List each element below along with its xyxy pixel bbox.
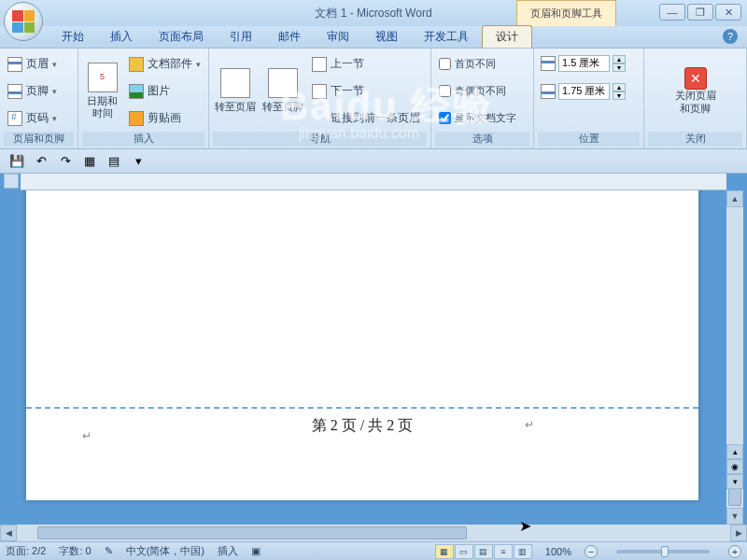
previous-section-button[interactable]: 上一节	[308, 54, 424, 74]
group-label: 选项	[435, 132, 529, 147]
insert-alignment-tab-button[interactable]	[538, 110, 640, 129]
group-header-footer: 页眉▾ 页脚▾ 页码▾ 页眉和页脚	[0, 49, 78, 148]
outline-view-button[interactable]: ≡	[494, 544, 513, 559]
tab-insert[interactable]: 插入	[97, 26, 146, 48]
ribbon: 页眉▾ 页脚▾ 页码▾ 页眉和页脚 5日期和时间 文档部件▾ 图片 剪贴画 插入…	[0, 49, 747, 149]
clipart-button[interactable]: 剪贴画	[125, 108, 204, 128]
word-count[interactable]: 字数: 0	[59, 544, 91, 558]
quick-access-toolbar: 💾 ↶ ↷ ▦ ▤ ▾	[0, 149, 747, 174]
qat-custom-2[interactable]: ▤	[105, 152, 123, 171]
document-page[interactable]: 第 2 页 / 共 2 页 ↵ ↵	[26, 190, 698, 500]
next-page-button[interactable]: ▾	[726, 474, 743, 489]
tab-home[interactable]: 开始	[49, 26, 97, 48]
group-position: ▲▼ ▲▼ 位置	[534, 49, 644, 148]
paragraph-mark-icon: ↵	[82, 429, 92, 442]
zoom-out-button[interactable]: −	[585, 545, 598, 558]
scroll-up-button[interactable]: ▲	[726, 190, 743, 207]
undo-button[interactable]: ↶	[32, 152, 50, 171]
group-navigation: 转至页眉 转至页脚 上一节 下一节 链接到前一条页眉 导航	[209, 49, 431, 148]
scroll-thumb[interactable]	[37, 526, 467, 539]
zoom-in-button[interactable]: +	[728, 545, 741, 558]
qat-dropdown[interactable]: ▾	[129, 152, 148, 171]
quick-parts-icon	[129, 57, 144, 72]
footer-from-bottom-input[interactable]	[558, 83, 610, 100]
close-icon: ✕	[684, 67, 707, 90]
goto-footer-button[interactable]: 转至页脚	[261, 50, 305, 132]
tab-developer[interactable]: 开发工具	[411, 26, 482, 48]
maximize-button[interactable]: ❐	[687, 4, 713, 21]
horizontal-scrollbar[interactable]: ◀ ▶	[0, 525, 747, 541]
office-button[interactable]	[4, 2, 43, 41]
tab-selector-button[interactable]	[4, 174, 19, 189]
proofing-button[interactable]: ✎	[105, 545, 113, 557]
footer-button[interactable]: 页脚▾	[4, 81, 74, 101]
link-previous-button[interactable]: 链接到前一条页眉	[308, 108, 424, 128]
different-first-page-checkbox[interactable]: 首页不同	[435, 55, 529, 73]
tab-view[interactable]: 视图	[362, 26, 411, 48]
checkbox-icon[interactable]	[439, 85, 451, 97]
header-from-top-input[interactable]	[558, 55, 610, 72]
scroll-track[interactable]	[726, 207, 743, 448]
header-from-top-spinner[interactable]: ▲▼	[538, 54, 640, 73]
document-area: 第 2 页 / 共 2 页 ↵ ↵ ▲ ▼ ▴ ◉ ▾	[0, 190, 747, 525]
tab-mailings[interactable]: 邮件	[265, 26, 314, 48]
print-layout-view-button[interactable]: ▦	[435, 544, 454, 559]
office-logo-icon	[12, 10, 35, 33]
scroll-down-button[interactable]: ▼	[726, 508, 743, 525]
next-section-button[interactable]: 下一节	[308, 81, 424, 101]
language-indicator[interactable]: 中文(简体，中国)	[126, 544, 204, 558]
close-window-button[interactable]: ✕	[715, 4, 741, 21]
minimize-button[interactable]: —	[659, 4, 685, 21]
draft-view-button[interactable]: ▥	[514, 544, 532, 559]
spin-down-button[interactable]: ▼	[613, 63, 626, 72]
clipart-icon	[129, 111, 144, 126]
select-browse-object-button[interactable]: ◉	[726, 459, 743, 474]
goto-header-button[interactable]: 转至页眉	[213, 50, 258, 132]
spin-down-button[interactable]: ▼	[613, 91, 626, 100]
qat-custom-1[interactable]: ▦	[80, 152, 99, 171]
full-screen-view-button[interactable]: ▭	[455, 544, 473, 559]
up-arrow-icon	[312, 57, 327, 72]
zoom-slider[interactable]	[616, 550, 710, 553]
page-number-button[interactable]: 页码▾	[4, 108, 74, 128]
insert-mode[interactable]: 插入	[218, 544, 238, 558]
group-label: 插入	[82, 132, 204, 147]
page-indicator[interactable]: 页面: 2/2	[6, 544, 46, 558]
header-button[interactable]: 页眉▾	[4, 54, 74, 74]
tab-design[interactable]: 设计	[482, 25, 532, 48]
scroll-left-button[interactable]: ◀	[0, 525, 17, 541]
picture-icon	[129, 84, 144, 99]
checkbox-icon[interactable]	[439, 58, 451, 70]
scroll-track[interactable]	[17, 525, 35, 541]
header-icon	[7, 57, 22, 72]
scroll-right-button[interactable]: ▶	[730, 525, 747, 541]
tab-icon	[542, 112, 557, 127]
scroll-track[interactable]	[469, 525, 730, 541]
footer-text[interactable]: 第 2 页 / 共 2 页	[26, 416, 698, 436]
date-time-button[interactable]: 5日期和时间	[82, 50, 122, 132]
spin-up-button[interactable]: ▲	[613, 83, 626, 91]
goto-footer-icon	[268, 68, 298, 98]
tab-references[interactable]: 引用	[217, 26, 265, 48]
zoom-slider-handle[interactable]	[661, 546, 669, 557]
tab-review[interactable]: 审阅	[314, 26, 362, 48]
group-insert: 5日期和时间 文档部件▾ 图片 剪贴画 插入	[78, 49, 209, 148]
horizontal-ruler[interactable]	[21, 174, 726, 190]
help-icon[interactable]: ?	[723, 29, 738, 44]
show-document-text-checkbox[interactable]: 显示文档文字	[435, 109, 529, 127]
different-odd-even-checkbox[interactable]: 奇偶页不同	[435, 82, 529, 100]
spin-up-button[interactable]: ▲	[613, 55, 626, 63]
redo-button[interactable]: ↷	[56, 152, 75, 171]
footer-from-bottom-spinner[interactable]: ▲▼	[538, 82, 640, 101]
zoom-level[interactable]: 100%	[545, 546, 571, 557]
save-button[interactable]: 💾	[7, 152, 26, 171]
quick-parts-button[interactable]: 文档部件▾	[125, 54, 204, 74]
close-header-footer-button[interactable]: ✕关闭页眉和页脚	[669, 50, 723, 132]
previous-page-button[interactable]: ▴	[726, 444, 743, 459]
tab-page-layout[interactable]: 页面布局	[146, 26, 217, 48]
title-bar: 文档 1 - Microsoft Word 页眉和页脚工具 — ❐ ✕	[0, 0, 747, 26]
picture-button[interactable]: 图片	[125, 81, 204, 101]
checkbox-icon[interactable]	[439, 112, 451, 124]
macro-record-button[interactable]: ▣	[251, 545, 261, 557]
web-layout-view-button[interactable]: ▤	[474, 544, 493, 559]
